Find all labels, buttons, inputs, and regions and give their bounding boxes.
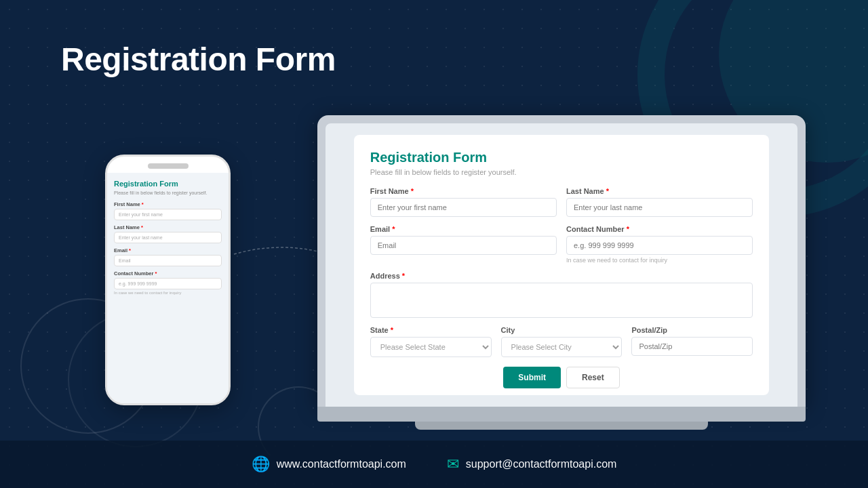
form-group-city: City Please Select City: [501, 326, 623, 357]
footer-email: support@contactformtoapi.com: [466, 458, 617, 470]
last-name-input[interactable]: [566, 198, 753, 217]
main-title: Registration Form: [61, 41, 336, 78]
phone-notch: [148, 163, 189, 169]
phone-contact-hint: In case we need to contact for inquiry: [114, 291, 222, 295]
postal-label: Postal/Zip: [631, 326, 753, 334]
form-card-subtitle: Please fill in below fields to register …: [370, 168, 753, 176]
email-icon: ✉: [447, 455, 459, 473]
phone-form-subtitle: Please fill in below fields to register …: [114, 190, 222, 196]
phone-last-name-label: Last Name *: [114, 224, 222, 230]
address-label: Address *: [370, 272, 753, 280]
laptop-screen-outer: Registration Form Please fill in below f…: [317, 115, 806, 407]
phone-mockup: Registration Form Please fill in below f…: [105, 155, 231, 405]
form-row-address: Address *: [370, 272, 753, 318]
footer-website: www.contactformtoapi.com: [277, 458, 406, 470]
phone-email-input[interactable]: Email: [114, 255, 222, 266]
email-label: Email *: [370, 225, 557, 233]
form-row-contact: Email * Contact Number * In case we need…: [370, 225, 753, 264]
contact-input[interactable]: [566, 236, 753, 255]
phone-contact-label: Contact Number *: [114, 270, 222, 277]
form-card: Registration Form Please fill in below f…: [354, 135, 769, 396]
phone-first-name-input[interactable]: Enter your first name: [114, 209, 222, 220]
form-group-contact: Contact Number * In case we need to cont…: [566, 225, 753, 264]
state-select[interactable]: Please Select State: [370, 337, 492, 357]
contact-label: Contact Number *: [566, 225, 753, 233]
form-group-email: Email *: [370, 225, 557, 264]
phone-contact-input[interactable]: e.g. 999 999 9999: [114, 278, 222, 289]
first-name-label: First Name *: [370, 187, 557, 195]
form-group-first-name: First Name *: [370, 187, 557, 217]
phone-email-label: Email *: [114, 247, 222, 253]
form-row-location: State * Please Select State City Please …: [370, 326, 753, 357]
globe-icon: 🌐: [252, 455, 270, 473]
last-name-label: Last Name *: [566, 187, 753, 195]
postal-input[interactable]: [631, 337, 753, 356]
form-group-last-name: Last Name *: [566, 187, 753, 217]
phone-first-name-label: First Name *: [114, 201, 222, 207]
first-name-input[interactable]: [370, 198, 557, 217]
form-actions: Submit Reset: [370, 367, 753, 388]
city-label: City: [501, 326, 623, 334]
laptop-mockup: Registration Form Please fill in below f…: [317, 115, 806, 441]
contact-hint: In case we need to contact for inquiry: [566, 257, 753, 264]
footer-website-item: 🌐 www.contactformtoapi.com: [252, 455, 406, 473]
email-input[interactable]: [370, 236, 557, 255]
address-input[interactable]: [370, 283, 753, 318]
submit-button[interactable]: Submit: [503, 367, 561, 388]
city-select[interactable]: Please Select City: [501, 337, 623, 357]
form-group-state: State * Please Select State: [370, 326, 492, 357]
state-label: State *: [370, 326, 492, 334]
phone-last-name-input[interactable]: Enter your last name: [114, 232, 222, 243]
form-group-postal: Postal/Zip: [631, 326, 753, 357]
form-row-name: First Name * Last Name *: [370, 187, 753, 217]
laptop-foot: [415, 422, 708, 430]
footer-email-item: ✉ support@contactformtoapi.com: [447, 455, 617, 473]
laptop-base: [317, 407, 806, 422]
laptop-screen-inner: Registration Form Please fill in below f…: [326, 123, 797, 407]
form-card-title: Registration Form: [370, 150, 753, 165]
form-group-address: Address *: [370, 272, 753, 318]
phone-form-title: Registration Form: [114, 180, 222, 188]
reset-button[interactable]: Reset: [566, 367, 620, 388]
phone-screen: Registration Form Please fill in below f…: [107, 173, 229, 403]
footer: 🌐 www.contactformtoapi.com ✉ support@con…: [0, 441, 868, 488]
